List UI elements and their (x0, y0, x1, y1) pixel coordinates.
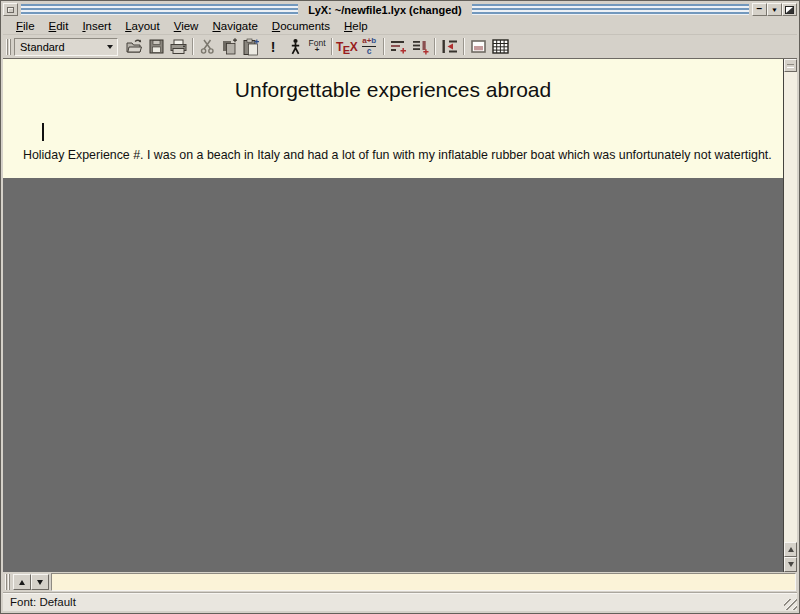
document-paragraph: Holiday Experience #. I was on a beach i… (23, 148, 772, 162)
open-icon (125, 38, 144, 55)
titlebar-stripes-left (21, 4, 298, 15)
titlebar[interactable]: LyX: ~/newfile1.lyx (changed) − ▼ (3, 2, 797, 17)
menu-item-file[interactable]: File (9, 18, 42, 34)
shade-button[interactable]: ▼ (767, 3, 782, 16)
font-icon: Font + (308, 39, 325, 55)
toolbar-separator (434, 38, 435, 55)
menu-item-navigate[interactable]: Navigate (205, 18, 264, 34)
layout-combo[interactable]: Standard (14, 38, 118, 56)
toolbar-separator (383, 38, 384, 55)
shade-icon: ▼ (771, 6, 778, 12)
menu-item-documents[interactable]: Documents (265, 18, 337, 34)
footnote-icon (389, 38, 408, 55)
window-menu-icon (7, 7, 14, 13)
scroll-up-icon (788, 547, 794, 552)
empty-area (3, 178, 783, 572)
save-icon (148, 38, 165, 55)
history-next-button[interactable] (31, 574, 49, 590)
insert-footnote-button[interactable] (387, 37, 409, 57)
save-button[interactable] (145, 37, 167, 57)
titlebar-stripes-right (472, 4, 749, 15)
toolbar-gripper[interactable] (6, 39, 11, 55)
copy-button[interactable] (218, 37, 240, 57)
paste-icon (242, 38, 260, 56)
math-mode-icon: a+b c (362, 37, 376, 56)
tex-mode-icon: TEX (336, 40, 357, 54)
depth-icon (440, 38, 459, 55)
document-page[interactable]: Unforgettable experiences abroad Holiday… (3, 59, 783, 178)
minibuffer-row (3, 572, 797, 592)
free-font-button[interactable]: Font + (306, 37, 328, 57)
math-mode-button[interactable]: a+b c (358, 37, 380, 57)
history-prev-icon (19, 580, 25, 585)
emphasis-button[interactable]: ! (262, 37, 284, 57)
combo-arrow-icon (107, 45, 113, 49)
maximize-icon (785, 6, 794, 14)
menu-item-help[interactable]: Help (337, 18, 375, 34)
window-title: LyX: ~/newfile1.lyx (changed) (301, 2, 468, 17)
scrollbar-thumb[interactable] (784, 59, 797, 72)
status-bar: Font: Default (3, 592, 797, 611)
main-area: Unforgettable experiences abroad Holiday… (3, 59, 797, 572)
toolbar: Standard ! Font (3, 35, 797, 59)
tex-mode-button[interactable]: TEX (335, 37, 358, 57)
history-next-icon (37, 580, 43, 585)
layout-combo-value: Standard (20, 41, 65, 53)
noun-icon (289, 38, 302, 55)
lyx-window: LyX: ~/newfile1.lyx (changed) − ▼ FileEd… (0, 0, 800, 614)
copy-icon (220, 38, 238, 55)
text-cursor (42, 123, 44, 141)
scroll-down-button[interactable] (784, 557, 797, 572)
print-button[interactable] (167, 37, 189, 57)
menu-item-view[interactable]: View (167, 18, 206, 34)
insert-figure-button[interactable] (467, 37, 489, 57)
menu-bar: FileEditInsertLayoutViewNavigateDocument… (3, 17, 797, 35)
table-icon (492, 39, 509, 54)
vertical-scrollbar[interactable] (783, 59, 797, 572)
menu-item-insert[interactable]: Insert (75, 18, 118, 34)
document-title: Unforgettable experiences abroad (3, 59, 783, 102)
scrollbar-track[interactable] (784, 72, 797, 542)
emphasis-icon: ! (271, 39, 276, 55)
minibuffer-input[interactable] (51, 573, 796, 591)
paste-button[interactable] (240, 37, 262, 57)
cut-icon (199, 38, 216, 55)
menu-item-layout[interactable]: Layout (118, 18, 167, 34)
status-text: Font: Default (10, 596, 76, 608)
cut-button[interactable] (196, 37, 218, 57)
change-depth-button[interactable] (438, 37, 460, 57)
maximize-button[interactable] (782, 3, 797, 16)
history-prev-button[interactable] (13, 574, 31, 590)
document-view[interactable]: Unforgettable experiences abroad Holiday… (3, 59, 783, 572)
noun-button[interactable] (284, 37, 306, 57)
toolbar-separator (192, 38, 193, 55)
scroll-down-icon (788, 562, 794, 567)
print-icon (169, 39, 188, 55)
resize-grip[interactable] (784, 599, 797, 610)
marginnote-icon (411, 38, 430, 55)
toolbar-separator (463, 38, 464, 55)
open-button[interactable] (123, 37, 145, 57)
minimize-button[interactable]: − (752, 3, 767, 16)
toolbar-separator (331, 38, 332, 55)
figure-icon (471, 40, 486, 53)
insert-table-button[interactable] (489, 37, 511, 57)
minimize-icon: − (757, 6, 763, 11)
window-menu-button[interactable] (3, 3, 18, 16)
minibuffer-gripper[interactable] (5, 574, 10, 590)
scroll-up-button[interactable] (784, 542, 797, 557)
menu-item-edit[interactable]: Edit (42, 18, 76, 34)
insert-marginnote-button[interactable] (409, 37, 431, 57)
